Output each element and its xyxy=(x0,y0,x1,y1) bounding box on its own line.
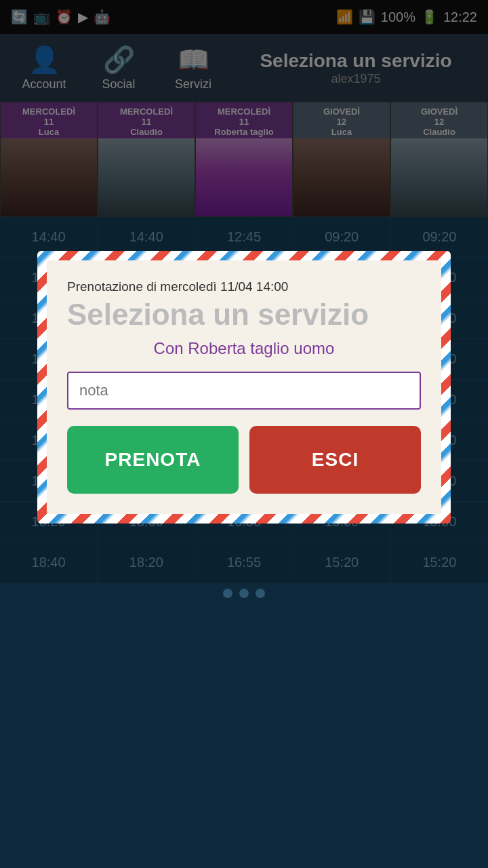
airmail-border: Prenotazione di mercoledì 11/04 14:00 Se… xyxy=(37,251,451,524)
dialog-main-title: Seleziona un servizio xyxy=(67,298,421,331)
dialog-overlay: Prenotazione di mercoledì 11/04 14:00 Se… xyxy=(0,0,488,868)
nota-input[interactable] xyxy=(67,372,421,410)
dialog-subtitle: Prenotazione di mercoledì 11/04 14:00 xyxy=(67,279,421,294)
esci-button[interactable]: ESCI xyxy=(249,426,421,494)
booking-dialog: Prenotazione di mercoledì 11/04 14:00 Se… xyxy=(37,251,451,524)
dialog-buttons: PRENOTA ESCI xyxy=(67,426,421,494)
dialog-with: Con Roberta taglio uomo xyxy=(67,339,421,358)
prenota-button[interactable]: PRENOTA xyxy=(67,426,239,494)
dialog-inner: Prenotazione di mercoledì 11/04 14:00 Se… xyxy=(47,260,441,514)
